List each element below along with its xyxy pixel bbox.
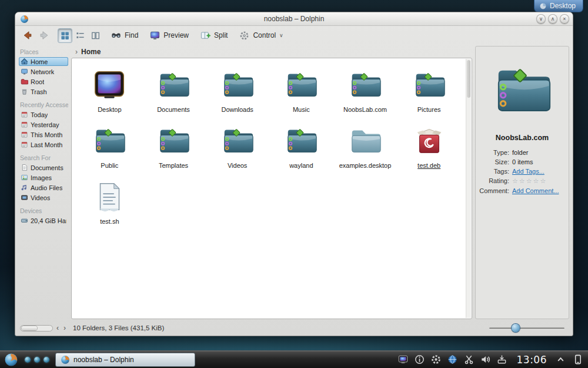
sidebar-item-today[interactable]: Today: [19, 110, 68, 119]
info-field-key: Tags:: [479, 168, 512, 175]
zoom-slider-track[interactable]: [489, 327, 564, 329]
file-label: test.deb: [417, 162, 440, 169]
sidebar-item-audio-files[interactable]: Audio Files: [19, 183, 68, 192]
notifications-tray-icon[interactable]: [413, 353, 426, 366]
place-icon: [21, 217, 28, 224]
file-test-deb[interactable]: test.deb: [397, 122, 461, 169]
file-icon: [219, 67, 256, 103]
breadcrumb-chevron-icon: ›: [75, 48, 78, 56]
status-bar: ‹ › 10 Folders, 3 Files (431,5 KiB): [15, 321, 573, 336]
sidebar-item-home[interactable]: Home: [19, 57, 68, 66]
split-label: Split: [214, 31, 228, 39]
sidebar-item-images[interactable]: Images: [19, 173, 68, 182]
zoom-slider-knob[interactable]: [512, 324, 520, 332]
columns-view-button[interactable]: [89, 29, 102, 42]
zoom-slider[interactable]: [489, 323, 564, 333]
panel-device-icon[interactable]: [571, 353, 584, 366]
file-pictures[interactable]: Pictures: [397, 67, 461, 113]
file-icon: [155, 67, 192, 103]
desktop-preview-tray-icon[interactable]: [396, 353, 410, 366]
find-button[interactable]: Find: [108, 29, 141, 42]
file-label: Templates: [159, 162, 188, 169]
sidebar-item-last-month[interactable]: Last Month: [19, 140, 68, 149]
main-toolbar: Find Preview Split: [15, 26, 573, 45]
back-icon: [22, 29, 34, 41]
plasma-icon: [539, 2, 547, 10]
info-field-value: Add Comment...: [512, 187, 559, 194]
center-column: › Home Desktop Documents: [71, 46, 472, 319]
places-horizontal-scrollbar[interactable]: [20, 325, 53, 331]
scroll-left-button[interactable]: ‹: [55, 324, 60, 331]
place-label: Root: [31, 78, 44, 85]
file-desktop[interactable]: Desktop: [78, 67, 142, 113]
tray-icon-glyph: [414, 354, 425, 365]
file-templates[interactable]: Templates: [142, 122, 206, 169]
file-downloads[interactable]: Downloads: [205, 67, 269, 113]
control-button[interactable]: Control ∨: [236, 29, 286, 42]
maximize-button[interactable]: ∧: [548, 14, 557, 24]
sidebar-item-trash[interactable]: Trash: [19, 87, 68, 96]
rating-stars[interactable]: Rating: ☆☆☆☆☆: [479, 177, 566, 185]
volume-tray-icon[interactable]: [479, 353, 492, 366]
klipper-tray-icon[interactable]: [462, 353, 476, 366]
sidebar-item-root[interactable]: Root: [19, 77, 68, 86]
clock[interactable]: 13:06: [517, 354, 547, 366]
sidebar-item-videos[interactable]: Videos: [19, 193, 68, 202]
places-scrollbar-thumb[interactable]: [22, 326, 37, 330]
details-view-button[interactable]: [74, 29, 87, 42]
devices-section-title: Devices: [20, 207, 68, 214]
sidebar-item-hard-drive[interactable]: 20,4 GiB Har: [19, 216, 68, 225]
scroll-right-button[interactable]: ›: [62, 324, 67, 331]
places-list: Home Network Root Trash: [19, 57, 68, 96]
close-icon: ×: [563, 16, 566, 22]
forward-icon: [38, 29, 50, 41]
place-icon: [21, 174, 28, 181]
app-launcher-button[interactable]: [4, 352, 19, 367]
sidebar-item-yesterday[interactable]: Yesterday: [19, 120, 68, 129]
place-label: Images: [31, 174, 52, 181]
settings-tray-icon[interactable]: [429, 353, 443, 366]
pager-dot[interactable]: [25, 357, 31, 363]
place-icon: [21, 88, 28, 95]
file-examples-desktop[interactable]: examples.desktop: [333, 122, 397, 169]
device-notifier-tray-icon[interactable]: [495, 353, 509, 366]
file-documents[interactable]: Documents: [142, 67, 206, 113]
forward-button[interactable]: [36, 28, 52, 42]
taskbar-task-button[interactable]: noobslab – Dolphin: [55, 353, 195, 367]
file-label: test.sh: [100, 218, 119, 225]
add-tags-link[interactable]: Tags: Add Tags...: [479, 168, 566, 175]
close-button[interactable]: ×: [560, 14, 569, 24]
file-public[interactable]: Public: [78, 122, 142, 169]
place-label: Yesterday: [31, 121, 59, 128]
icons-view-button[interactable]: [58, 29, 72, 42]
preview-button[interactable]: Preview: [146, 29, 192, 42]
file-music[interactable]: Music: [269, 67, 333, 113]
dolphin-window: noobslab – Dolphin ∨ ∧ ×: [15, 12, 573, 336]
network-tray-icon[interactable]: [446, 353, 459, 366]
pager-dot[interactable]: [34, 357, 40, 363]
file-videos[interactable]: Videos: [205, 122, 269, 169]
file-icon: [219, 122, 256, 159]
file-label: wayland: [289, 162, 313, 169]
info-panel-title: NoobsLab.com: [496, 134, 549, 142]
sidebar-item-documents[interactable]: Documents: [19, 163, 68, 172]
minimize-button[interactable]: ∨: [536, 14, 546, 24]
info-field-value: ☆☆☆☆☆: [512, 177, 547, 185]
file-wayland[interactable]: wayland: [269, 122, 333, 169]
panel-expand-button[interactable]: [554, 353, 567, 366]
file-test-sh[interactable]: test.sh: [78, 178, 142, 225]
vertical-scrollbar-thumb[interactable]: [467, 60, 470, 98]
back-button[interactable]: [20, 28, 35, 42]
split-button[interactable]: Split: [197, 29, 230, 42]
pager-dot[interactable]: [44, 357, 49, 363]
breadcrumb-home[interactable]: Home: [81, 48, 101, 56]
sidebar-item-this-month[interactable]: This Month: [19, 130, 68, 139]
sidebar-item-network[interactable]: Network: [19, 67, 68, 76]
desktop-toolbox-tab[interactable]: Desktop: [534, 0, 583, 12]
file-icon: [283, 67, 319, 103]
add-comment-link[interactable]: Comment: Add Comment...: [479, 187, 566, 194]
file-noobslab-com[interactable]: NoobsLab.com: [333, 67, 397, 113]
titlebar[interactable]: noobslab – Dolphin ∨ ∧ ×: [15, 12, 573, 26]
find-icon: [111, 30, 122, 41]
vertical-scrollbar[interactable]: [466, 59, 471, 318]
